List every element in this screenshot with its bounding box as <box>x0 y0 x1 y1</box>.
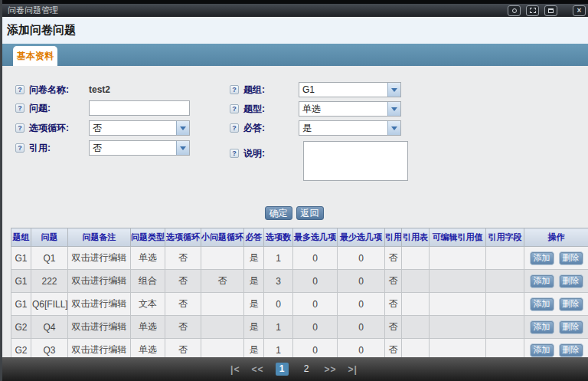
field-question-group: ? 题组: G1 <box>230 82 401 97</box>
delete-button[interactable]: 删除 <box>559 343 583 357</box>
column-header: 小问题循环 <box>201 228 244 247</box>
table-row[interactable]: G1222双击进行编辑组合否否是300否添加删除 <box>11 270 588 293</box>
page-number-1[interactable]: 1 <box>276 363 289 376</box>
table-cell: 是 <box>244 270 264 293</box>
table-cell: 组合 <box>131 270 165 293</box>
table-cell: 否 <box>165 293 201 316</box>
survey-name-label: 问卷名称: <box>29 84 89 97</box>
help-icon[interactable]: ? <box>15 103 24 113</box>
column-header: 问题 <box>31 228 68 247</box>
table-cell: G2 <box>11 316 31 339</box>
first-page-button[interactable]: |< <box>230 364 240 375</box>
chevron-down-icon <box>176 121 189 135</box>
next-page-button[interactable]: >> <box>325 364 337 375</box>
field-reference: ? 引用: 否 <box>15 140 190 156</box>
question-group-label: 题组: <box>243 84 299 97</box>
chevron-down-icon <box>387 102 400 116</box>
table-cell: 双击进行编辑 <box>68 247 131 270</box>
table-cell <box>430 293 486 316</box>
help-icon[interactable]: ? <box>230 104 239 113</box>
table-cell <box>402 270 430 293</box>
table-cell: 0 <box>338 316 385 339</box>
window-left-edge <box>0 0 2 381</box>
table-cell: 1 <box>264 247 293 270</box>
help-icon[interactable]: ? <box>15 85 24 94</box>
minimize-button[interactable] <box>544 5 557 16</box>
table-row[interactable]: G2Q4双击进行编辑单选否是100否添加删除 <box>11 316 588 339</box>
table-cell: 0 <box>293 316 338 339</box>
table-cell: 否 <box>385 270 402 293</box>
table-cell: 否 <box>385 247 402 270</box>
field-description: ? 说明: <box>230 146 265 161</box>
reference-label: 引用: <box>29 142 89 155</box>
table-cell <box>430 270 486 293</box>
question-type-value: 单选 <box>299 103 387 116</box>
table-row[interactable]: G1Q1双击进行编辑单选否是100否添加删除 <box>11 247 588 270</box>
table-cell: 否 <box>165 316 201 339</box>
minimize-icon <box>548 8 554 13</box>
column-header: 必答 <box>244 228 264 247</box>
column-header: 引用 <box>385 228 402 247</box>
add-button[interactable]: 添加 <box>530 274 554 288</box>
question-type-label: 题型: <box>243 103 299 116</box>
table-cell: 1 <box>264 316 293 339</box>
question-label: 问题: <box>29 102 89 115</box>
window-titlebar: 问卷问题管理 × <box>0 4 588 17</box>
required-value: 是 <box>299 122 387 135</box>
table-cell: 0 <box>338 270 385 293</box>
table-cell: 否 <box>201 270 244 293</box>
field-option-loop: ? 选项循环: 否 <box>15 120 190 136</box>
required-select[interactable]: 是 <box>299 120 401 136</box>
confirm-button[interactable]: 确定 <box>265 206 292 220</box>
add-button[interactable]: 添加 <box>530 297 554 311</box>
add-button[interactable]: 添加 <box>530 343 554 357</box>
table-cell <box>201 293 244 316</box>
add-button[interactable]: 添加 <box>530 251 554 265</box>
maximize-button[interactable] <box>526 5 539 16</box>
table-cell: 0 <box>338 293 385 316</box>
back-button[interactable]: 返回 <box>296 206 324 220</box>
form-panel: ? 问卷名称: test2 ? 问题: ? 选项循环: 否 ? 引用: 否 ? … <box>0 66 588 228</box>
delete-button[interactable]: 删除 <box>559 297 583 311</box>
question-group-value: G1 <box>299 84 387 95</box>
field-question: ? 问题: <box>15 100 190 116</box>
question-input[interactable] <box>89 100 190 116</box>
page-number-2[interactable]: 2 <box>300 363 313 376</box>
table-cell <box>486 247 524 270</box>
description-textarea[interactable] <box>303 141 408 181</box>
add-button[interactable]: 添加 <box>530 320 554 334</box>
last-page-button[interactable]: >| <box>348 364 358 375</box>
delete-button[interactable]: 删除 <box>559 320 583 334</box>
option-loop-select[interactable]: 否 <box>89 120 190 136</box>
delete-button[interactable]: 删除 <box>559 251 583 265</box>
close-button[interactable]: × <box>573 5 586 16</box>
help-icon[interactable]: ? <box>230 149 239 158</box>
actions-cell: 添加删除 <box>524 270 588 293</box>
restore-icon <box>512 8 517 13</box>
table-row[interactable]: G1Q6[FILL]双击进行编辑文本否是000否添加删除 <box>11 293 588 316</box>
description-label: 说明: <box>243 147 265 160</box>
table-cell: 否 <box>385 316 402 339</box>
restore-button[interactable] <box>508 5 521 16</box>
help-icon[interactable]: ? <box>15 123 24 133</box>
delete-button[interactable]: 删除 <box>559 274 583 288</box>
help-icon[interactable]: ? <box>15 143 24 153</box>
question-group-select[interactable]: G1 <box>299 82 401 97</box>
column-header: 最少选几项 <box>338 228 385 247</box>
prev-page-button[interactable]: << <box>251 364 263 375</box>
help-icon[interactable]: ? <box>230 85 239 94</box>
table-cell: 单选 <box>131 316 165 339</box>
column-header: 题组 <box>11 228 31 247</box>
option-loop-value: 否 <box>90 122 176 135</box>
reference-select[interactable]: 否 <box>89 140 190 156</box>
table-cell: 3 <box>264 270 293 293</box>
table-cell <box>402 247 430 270</box>
questions-grid-wrap: 题组问题问题备注问题类型选项循环小问题循环必答选项数最多选几项最少选几项引用引用… <box>11 228 588 362</box>
question-type-select[interactable]: 单选 <box>299 101 401 117</box>
table-cell <box>201 247 244 270</box>
column-header: 可编辑引用值 <box>430 228 486 247</box>
table-cell: 双击进行编辑 <box>68 270 131 293</box>
help-icon[interactable]: ? <box>230 123 239 133</box>
tab-basic-info[interactable]: 基本资料 <box>13 46 57 66</box>
chevron-down-icon <box>387 83 400 97</box>
